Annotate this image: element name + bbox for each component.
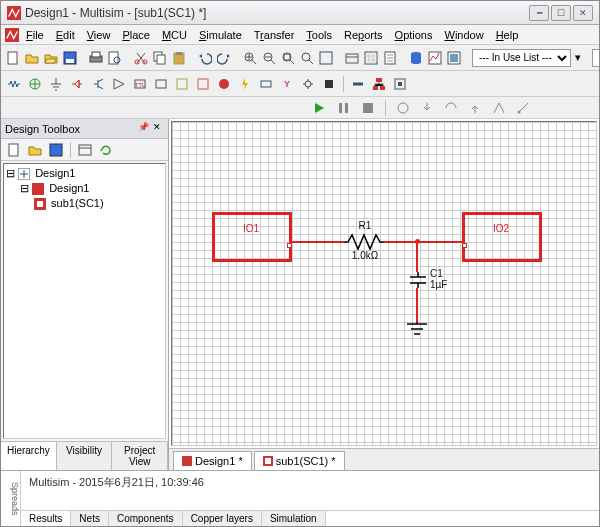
open-icon[interactable] (24, 49, 40, 67)
place-resistor-icon[interactable] (5, 75, 23, 93)
interactive-icon[interactable] (394, 99, 412, 117)
tab-visibility[interactable]: Visibility (57, 442, 113, 470)
place-ground-icon[interactable] (47, 75, 65, 93)
redo-icon[interactable] (216, 49, 232, 67)
stop-button[interactable] (359, 99, 377, 117)
cut-icon[interactable] (133, 49, 149, 67)
save-icon[interactable] (62, 49, 78, 67)
preview-icon[interactable] (107, 49, 123, 67)
design-tree[interactable]: ⊟ Design1 ⊟ Design1 sub1(SC1) (3, 163, 166, 439)
post-icon[interactable] (446, 49, 462, 67)
io1-pin[interactable] (287, 243, 292, 248)
step-over-icon[interactable] (442, 99, 460, 117)
place-cmos-icon[interactable] (152, 75, 170, 93)
menu-tools[interactable]: Tools (301, 27, 337, 43)
tree-root[interactable]: ⊟ Design1 (6, 166, 163, 181)
place-misc-icon[interactable] (173, 75, 191, 93)
wire-r1-io2[interactable] (384, 241, 462, 243)
menu-edit[interactable]: Edit (51, 27, 80, 43)
tab-hierarchy[interactable]: Hierarchy (1, 442, 57, 470)
io1-block[interactable]: IO1 (212, 212, 292, 262)
system-menu-icon[interactable] (5, 28, 19, 42)
paste-icon[interactable] (171, 49, 187, 67)
zoom-in-icon[interactable] (242, 49, 258, 67)
doc-tab-design1[interactable]: Design1 * (173, 451, 252, 470)
hierarchy-icon[interactable] (370, 75, 388, 93)
menu-options[interactable]: Options (390, 27, 438, 43)
menu-place[interactable]: Place (117, 27, 155, 43)
grapher-icon[interactable] (427, 49, 443, 67)
menu-mcu[interactable]: MCU (157, 27, 192, 43)
spreadsheet-handle[interactable]: Spreads (1, 471, 21, 526)
db-icon[interactable] (408, 49, 424, 67)
trail-icon[interactable] (490, 99, 508, 117)
undo-icon[interactable] (197, 49, 213, 67)
step-into-icon[interactable] (418, 99, 436, 117)
dropdown-icon[interactable]: ▾ (574, 49, 582, 67)
tree-item-sub1[interactable]: sub1(SC1) (6, 196, 163, 211)
pause-button[interactable] (335, 99, 353, 117)
open-design-icon[interactable] (26, 141, 44, 159)
tab-nets[interactable]: Nets (71, 511, 109, 526)
menu-window[interactable]: Window (439, 27, 488, 43)
spreadsheet-icon[interactable] (363, 49, 379, 67)
close-button[interactable]: ✕ (573, 5, 593, 21)
new-design-icon[interactable] (5, 141, 23, 159)
ground-symbol[interactable] (406, 322, 428, 336)
zoom-input[interactable] (592, 49, 599, 67)
sidebar-close-icon[interactable]: ✕ (150, 122, 164, 136)
place-mcu-icon[interactable] (320, 75, 338, 93)
zoom-sel-icon[interactable] (299, 49, 315, 67)
netlist-icon[interactable] (382, 49, 398, 67)
menu-help[interactable]: Help (491, 27, 524, 43)
io2-block[interactable]: IO2 (462, 212, 542, 262)
subcircuit-icon[interactable] (391, 75, 409, 93)
wire-io1-r1[interactable] (292, 241, 344, 243)
expand-icon[interactable] (76, 141, 94, 159)
place-mixed-icon[interactable] (194, 75, 212, 93)
run-button[interactable] (311, 99, 329, 117)
canvas-viewport[interactable]: IO1 IO2 R1 1.0kΩ (171, 121, 597, 446)
new-icon[interactable] (5, 49, 21, 67)
place-source-icon[interactable] (26, 75, 44, 93)
place-indicator-icon[interactable] (215, 75, 233, 93)
tab-components[interactable]: Components (109, 511, 183, 526)
copy-icon[interactable] (152, 49, 168, 67)
tab-project-view[interactable]: Project View (112, 442, 168, 470)
place-ttl-icon[interactable]: TTL (131, 75, 149, 93)
sidebar-pin-icon[interactable]: 📌 (136, 122, 150, 136)
menu-file[interactable]: File (21, 27, 49, 43)
place-bus-icon[interactable] (349, 75, 367, 93)
place-diode-icon[interactable] (68, 75, 86, 93)
fullscreen-icon[interactable] (318, 49, 334, 67)
place-opamp-icon[interactable] (110, 75, 128, 93)
tab-copper-layers[interactable]: Copper layers (183, 511, 262, 526)
menu-reports[interactable]: Reports (339, 27, 388, 43)
probe-icon[interactable] (514, 99, 532, 117)
toggle-icon[interactable]: ⊟ (20, 182, 29, 194)
tab-simulation[interactable]: Simulation (262, 511, 326, 526)
place-electromech-icon[interactable] (299, 75, 317, 93)
in-use-list-select[interactable]: --- In Use List --- (472, 49, 571, 67)
zoom-out-icon[interactable] (261, 49, 277, 67)
open2-icon[interactable] (43, 49, 59, 67)
place-connector-icon[interactable] (257, 75, 275, 93)
place-transistor-icon[interactable] (89, 75, 107, 93)
maximize-button[interactable]: ☐ (551, 5, 571, 21)
save-design-icon[interactable] (47, 141, 65, 159)
wire-node-c1[interactable] (416, 242, 418, 272)
refresh-icon[interactable] (97, 141, 115, 159)
c1-component[interactable] (408, 272, 428, 288)
toggle-icon[interactable]: ⊟ (6, 167, 15, 179)
step-out-icon[interactable] (466, 99, 484, 117)
print-icon[interactable] (88, 49, 104, 67)
minimize-button[interactable]: ━ (529, 5, 549, 21)
doc-tab-sub1[interactable]: sub1(SC1) * (254, 451, 345, 470)
tree-item-design[interactable]: ⊟ Design1 (6, 181, 163, 196)
io2-pin[interactable] (462, 243, 467, 248)
zoom-fit-icon[interactable] (280, 49, 296, 67)
place-rf-icon[interactable]: Y (278, 75, 296, 93)
tab-results[interactable]: Results (21, 511, 71, 526)
r1-component[interactable] (344, 233, 384, 251)
proj-icon[interactable] (344, 49, 360, 67)
